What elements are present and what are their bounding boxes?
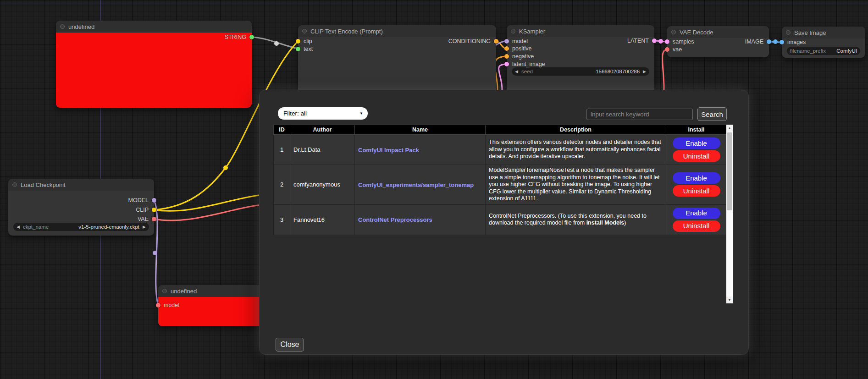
output-slot-string: STRING (225, 34, 254, 40)
enable-button[interactable]: Enable (673, 137, 720, 149)
filter-dropdown-value: Filter: all (283, 110, 307, 117)
latent-image-input-port[interactable] (504, 62, 509, 66)
extension-row: 2 comfyanonymous ComfyUI_experiments/sam… (274, 165, 727, 205)
dropdown-caret-icon: ▼ (359, 111, 363, 115)
model-input-port[interactable] (156, 303, 160, 308)
input-label: model (512, 38, 528, 44)
collapse-dot-icon[interactable] (671, 30, 676, 34)
latent-output-port[interactable] (652, 38, 657, 43)
text-input-port[interactable] (296, 47, 300, 51)
collapse-dot-icon[interactable] (162, 289, 167, 293)
collapse-dot-icon[interactable] (511, 29, 515, 33)
extensions-table-viewport: ID Author Name Description Install 1 Dr.… (273, 125, 733, 303)
input-slot-positive: positive (504, 45, 531, 52)
widget-value[interactable]: ComfyUI (836, 48, 857, 54)
image-output-port[interactable] (767, 39, 771, 44)
input-slot-samples: samples (665, 38, 694, 45)
output-slot-conditioning: CONDITIONING (448, 38, 498, 44)
wire-dot-latent (658, 39, 663, 44)
cell-author: Dr.Lt.Data (290, 135, 355, 165)
string-output-port[interactable] (249, 35, 254, 39)
node-title-bar[interactable]: CLIP Text Encode (Prompt) (298, 25, 496, 37)
node-title-bar[interactable]: VAE Decode (667, 26, 769, 38)
scrollbar-up-arrow-icon[interactable]: ▲ (726, 125, 733, 132)
input-slot-images: images (780, 39, 806, 45)
cell-author: Fannovel16 (290, 204, 355, 235)
output-label: IMAGE (745, 38, 763, 45)
cell-install: Enable Uninstall (666, 204, 727, 235)
search-input[interactable] (586, 109, 693, 120)
wire-latent-image (499, 64, 507, 90)
node-undefined-top[interactable]: undefined STRING (56, 21, 252, 108)
input-label: clip (304, 38, 312, 44)
negative-input-port[interactable] (504, 54, 509, 59)
widget-value[interactable]: 156680208700286 (596, 69, 640, 74)
node-title: CLIP Text Encode (Prompt) (310, 28, 383, 35)
images-input-port[interactable] (780, 40, 784, 44)
positive-input-port[interactable] (504, 46, 509, 51)
clip-output-port[interactable] (152, 208, 156, 212)
vae-input-port[interactable] (665, 47, 669, 52)
extension-row: 3 Fannovel16 ControlNet Preprocessors Co… (274, 204, 727, 235)
widget-label: seed (521, 69, 533, 74)
collapse-dot-icon[interactable] (12, 182, 17, 187)
vae-output-port[interactable] (152, 217, 156, 221)
node-graph-canvas[interactable]: undefined STRING CLIP Text Encode (Promp… (0, 0, 868, 379)
enable-button[interactable]: Enable (673, 208, 720, 219)
uninstall-button[interactable]: Uninstall (673, 220, 720, 232)
node-title-bar[interactable]: Save Image (782, 27, 865, 38)
scrollbar-down-arrow-icon[interactable]: ▼ (726, 297, 733, 303)
node-ksampler[interactable]: KSampler model positive negative latent_… (507, 25, 654, 94)
cell-id: 2 (274, 165, 290, 205)
header-id: ID (274, 125, 290, 135)
extension-link[interactable]: ComfyUI_experiments/sampler_tonemap (358, 181, 474, 188)
input-slot-latent-image: latent_image (504, 61, 545, 67)
clip-input-port[interactable] (296, 39, 300, 44)
cell-install: Enable Uninstall (666, 135, 727, 165)
table-scrollbar[interactable]: ▲ ▼ (726, 125, 733, 303)
widget-label: filename_prefix (790, 48, 826, 54)
node-load-checkpoint[interactable]: Load Checkpoint MODEL CLIP VAE ◀ ckpt_na… (8, 179, 154, 236)
decrement-arrow-icon[interactable]: ◀ (515, 70, 518, 74)
input-label: latent_image (512, 61, 545, 67)
increment-arrow-icon[interactable]: ▶ (143, 225, 146, 229)
scrollbar-thumb[interactable] (727, 132, 732, 210)
close-button[interactable]: Close (276, 338, 304, 352)
uninstall-button[interactable]: Uninstall (673, 150, 720, 162)
model-output-port[interactable] (152, 198, 156, 203)
widget-value[interactable]: v1-5-pruned-emaonly.ckpt (78, 224, 139, 230)
wire-dot-model (153, 251, 157, 255)
ckpt-name-widget[interactable]: ◀ ckpt_name v1-5-pruned-emaonly.ckpt ▶ (13, 223, 149, 231)
node-title-bar[interactable]: KSampler (507, 25, 654, 37)
node-save-image[interactable]: Save Image images filename_prefix ComfyU… (782, 27, 865, 58)
header-author: Author (290, 125, 355, 135)
cell-id: 3 (274, 204, 290, 235)
collapse-dot-icon[interactable] (786, 30, 791, 35)
input-slot-clip: clip (296, 38, 312, 44)
model-input-port[interactable] (504, 39, 509, 44)
conditioning-output-port[interactable] (494, 39, 498, 44)
collapse-dot-icon[interactable] (60, 24, 65, 29)
custom-nodes-manager-dialog: Filter: all ▼ Search ID Author Name Desc… (259, 90, 749, 355)
increment-arrow-icon[interactable]: ▶ (643, 70, 646, 74)
decrement-arrow-icon[interactable]: ◀ (17, 225, 20, 229)
filter-dropdown[interactable]: Filter: all ▼ (278, 107, 368, 120)
output-slot-vae: VAE (138, 216, 156, 222)
output-slot-latent: LATENT (627, 38, 657, 44)
node-vae-decode[interactable]: VAE Decode samples vae IMAGE (667, 26, 769, 57)
enable-button[interactable]: Enable (673, 172, 720, 184)
output-label: CLIP (136, 207, 149, 213)
extension-link[interactable]: ControlNet Preprocessors (358, 216, 432, 223)
samples-input-port[interactable] (665, 39, 669, 44)
uninstall-button[interactable]: Uninstall (673, 185, 720, 197)
filename-prefix-widget[interactable]: filename_prefix ComfyUI (787, 47, 860, 55)
extension-link[interactable]: ComfyUI Impact Pack (358, 147, 419, 154)
node-clip-text-encode[interactable]: CLIP Text Encode (Prompt) clip text COND… (298, 25, 496, 99)
cell-install: Enable Uninstall (666, 165, 727, 205)
node-title-bar[interactable]: Load Checkpoint (8, 179, 154, 191)
seed-widget[interactable]: ◀ seed 156680208700286 ▶ (512, 67, 649, 76)
node-title-bar[interactable]: undefined (56, 21, 252, 33)
collapse-dot-icon[interactable] (302, 29, 307, 33)
node-title: Load Checkpoint (21, 181, 66, 188)
search-button[interactable]: Search (697, 107, 727, 121)
